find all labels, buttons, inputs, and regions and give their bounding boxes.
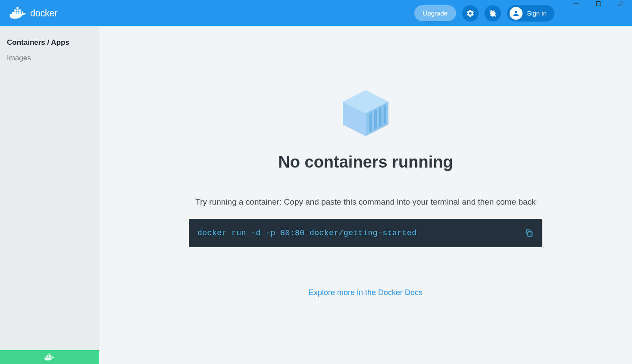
titlebar: docker Upgrade Si <box>0 0 632 26</box>
svg-rect-14 <box>47 355 48 356</box>
svg-rect-24 <box>384 104 386 124</box>
svg-rect-13 <box>50 356 51 358</box>
svg-rect-10 <box>46 356 47 358</box>
header-actions: Upgrade Sign in <box>414 0 554 26</box>
sidebar-item-images[interactable]: Images <box>0 50 99 66</box>
status-bar[interactable] <box>0 350 99 364</box>
svg-rect-12 <box>49 356 50 358</box>
minimize-icon <box>574 1 579 6</box>
copy-icon[interactable] <box>524 228 534 238</box>
main-content: No containers running Try running a cont… <box>99 26 632 364</box>
svg-rect-11 <box>47 356 48 358</box>
empty-state-subtext: Try running a container: Copy and paste … <box>195 197 535 207</box>
settings-button[interactable] <box>462 5 479 22</box>
svg-rect-17 <box>49 353 50 355</box>
signin-button[interactable]: Sign in <box>507 5 554 22</box>
svg-rect-7 <box>16 7 18 9</box>
svg-rect-0 <box>12 12 14 13</box>
svg-rect-6 <box>19 9 21 11</box>
window-controls <box>565 0 632 9</box>
close-icon <box>619 1 623 6</box>
command-block: docker run -d -p 80:80 docker/getting-st… <box>189 219 542 247</box>
minimize-button[interactable] <box>565 0 587 9</box>
svg-rect-4 <box>14 9 16 11</box>
nav-list: Containers / Apps Images <box>0 26 99 66</box>
empty-state-heading: No containers running <box>278 153 453 171</box>
sidebar: Containers / Apps Images <box>0 26 99 364</box>
bug-icon <box>488 9 497 18</box>
command-text: docker run -d -p 80:80 docker/getting-st… <box>197 229 417 237</box>
docker-logo[interactable]: docker <box>9 6 57 20</box>
svg-rect-16 <box>50 355 51 356</box>
svg-rect-25 <box>528 232 532 236</box>
svg-rect-5 <box>16 9 18 11</box>
svg-rect-23 <box>379 107 382 127</box>
container-illustration <box>338 87 394 140</box>
svg-rect-2 <box>16 12 18 13</box>
svg-rect-21 <box>369 112 372 132</box>
whale-status-icon <box>44 353 56 361</box>
maximize-button[interactable] <box>587 0 610 9</box>
user-icon <box>510 7 522 20</box>
svg-rect-3 <box>19 12 21 13</box>
brand-text: docker <box>30 8 57 19</box>
svg-rect-9 <box>596 1 601 6</box>
close-button[interactable] <box>610 0 632 9</box>
sidebar-item-containers[interactable]: Containers / Apps <box>0 35 99 50</box>
troubleshoot-button[interactable] <box>485 5 501 22</box>
upgrade-button[interactable]: Upgrade <box>414 5 457 21</box>
svg-rect-15 <box>49 355 50 356</box>
gear-icon <box>466 9 475 18</box>
signin-label: Sign in <box>527 9 547 17</box>
svg-rect-1 <box>14 12 16 13</box>
maximize-icon <box>596 1 601 6</box>
whale-icon <box>9 6 28 20</box>
svg-rect-22 <box>374 109 377 130</box>
docs-link[interactable]: Explore more in the Docker Docs <box>309 288 422 297</box>
